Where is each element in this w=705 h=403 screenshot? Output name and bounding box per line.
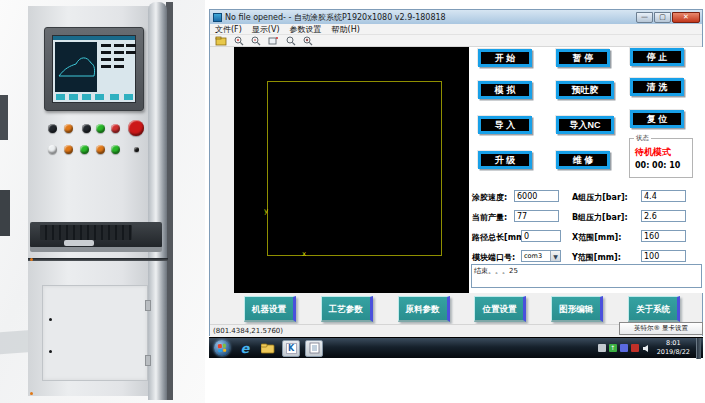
minimize-button[interactable]: —: [636, 12, 653, 23]
menu-file[interactable]: 文件(F): [215, 24, 242, 35]
status-groupbox: 状态 待机模式 00: 00: 10: [629, 138, 693, 178]
machine-screen-button: [101, 58, 111, 61]
menu-view[interactable]: 显示(V): [252, 24, 280, 35]
machine-screen-button: [126, 44, 136, 47]
taskbar: e K ↑ 8:01 2019/8/22: [209, 337, 703, 358]
red-pushbutton: [111, 124, 120, 133]
internet-explorer-icon[interactable]: e: [236, 340, 254, 357]
app-window: No file opened- - 自动涂胶系统P1920x1080 v2.9-…: [209, 9, 703, 336]
cabinet-divider: [28, 258, 168, 261]
close-button[interactable]: ✕: [672, 12, 700, 23]
import-nc-button[interactable]: 导入NC: [556, 116, 614, 134]
com-port-value: com3: [524, 252, 542, 260]
cursor-coordinates: (801.4384,21.5760): [213, 327, 283, 335]
pre-dispense-button[interactable]: 预吐胶: [556, 81, 614, 99]
zoom-window-icon[interactable]: [303, 36, 313, 46]
machine-screen-canvas: [55, 42, 97, 92]
x-range-label: X范围[mm]:: [572, 232, 621, 243]
pressure-a-input[interactable]: [641, 190, 686, 202]
glue-app-taskbar-icon[interactable]: K: [282, 340, 300, 357]
zoom-out-icon[interactable]: [251, 36, 261, 46]
x-axis-label: x: [302, 250, 306, 258]
machine-screen-nav-button: [56, 94, 65, 100]
open-file-icon[interactable]: [215, 36, 227, 46]
touchpad: [64, 240, 94, 246]
maintenance-button[interactable]: 维 修: [556, 151, 610, 169]
machine-screen-button: [114, 65, 124, 68]
dropdown-arrow-icon[interactable]: ▼: [550, 251, 560, 261]
machine-screen-titlebar: [53, 36, 135, 40]
green-pushbutton: [111, 145, 120, 154]
start-button[interactable]: 开 始: [478, 49, 532, 67]
upgrade-button[interactable]: 升 级: [478, 151, 532, 169]
document-app-taskbar-icon[interactable]: [305, 340, 323, 357]
machine-screen-button: [114, 51, 124, 54]
machine-screen-nav-button: [69, 94, 78, 100]
message-log[interactable]: 结束。。。25: [471, 264, 702, 288]
zoom-in-icon[interactable]: [234, 36, 244, 46]
about-system-button[interactable]: 关于系统: [628, 296, 680, 322]
glue-speed-input[interactable]: [514, 190, 559, 202]
system-tray: ↑ 8:01 2019/8/22: [598, 338, 703, 359]
material-params-button[interactable]: 原料参数: [398, 296, 450, 322]
tray-security-icon[interactable]: [631, 344, 639, 352]
machine-screen: [52, 35, 136, 103]
background-object: [0, 190, 10, 236]
machine-screen-button: [101, 65, 111, 68]
green-pushbutton: [96, 124, 105, 133]
import-button[interactable]: 导 入: [478, 116, 532, 134]
titlebar[interactable]: No file opened- - 自动涂胶系统P1920x1080 v2.9-…: [210, 10, 702, 24]
clean-button[interactable]: 清 洗: [630, 78, 684, 96]
y-range-input[interactable]: [641, 250, 686, 262]
window-title: No file opened- - 自动涂胶系统P1920x1080 v2.9-…: [225, 12, 636, 23]
process-params-button[interactable]: 工艺参数: [321, 296, 373, 322]
machine-settings-button[interactable]: 机器设置: [244, 296, 296, 322]
orange-pushbutton: [96, 145, 105, 154]
simulate-button[interactable]: 模 拟: [478, 81, 532, 99]
volume-icon[interactable]: [642, 344, 651, 353]
com-port-select[interactable]: com3 ▼: [521, 250, 561, 262]
stop-button[interactable]: 停 止: [630, 48, 684, 66]
control-panel: 开 始 暂 停 停 止 模 拟 预吐胶 清 洗 导 入 导入NC 复 位 升 级…: [469, 47, 703, 293]
graphic-edit-button[interactable]: 图形编辑: [551, 296, 603, 322]
black-pushbutton: [48, 124, 57, 133]
y-axis-label: y: [264, 207, 268, 215]
glue-speed-label: 涂胶速度:: [472, 192, 507, 203]
door-lock: [49, 318, 52, 321]
reset-button[interactable]: 复 位: [630, 110, 684, 128]
tray-hidden-icons[interactable]: [598, 344, 606, 352]
zoom-reset-icon[interactable]: [268, 36, 279, 46]
client-area: y x 开 始 暂 停 停 止 模 拟 预吐胶 清 洗 导 入 导入NC 复 位…: [210, 47, 702, 337]
machine-screen-button: [101, 51, 111, 54]
menu-help[interactable]: 帮助(H): [332, 24, 360, 35]
toolbar: [210, 35, 702, 47]
nav-button-bar: 机器设置 工艺参数 原料参数 位置设置 图形编辑 关于系统: [210, 293, 702, 324]
maximize-button[interactable]: ▢: [654, 12, 671, 23]
path-canvas[interactable]: y x: [234, 47, 469, 293]
machine-screen-button: [114, 58, 124, 61]
pressure-b-input[interactable]: [641, 210, 686, 222]
taskbar-clock[interactable]: 8:01 2019/8/22: [654, 339, 693, 357]
tray-app-icon[interactable]: [620, 344, 628, 352]
status-title: 状态: [634, 134, 651, 143]
show-desktop-button[interactable]: [696, 338, 701, 359]
white-pushbutton: [48, 145, 57, 154]
menu-parameter-settings[interactable]: 参数设置: [290, 24, 322, 35]
production-input[interactable]: [514, 210, 559, 222]
orange-accent: [30, 392, 33, 395]
x-range-input[interactable]: [641, 230, 686, 242]
door-lock: [49, 350, 52, 353]
cabinet-pillar: [148, 2, 167, 400]
tray-front-lip: [30, 247, 162, 252]
background-object: [0, 95, 8, 140]
door-hinge: [145, 355, 151, 366]
pause-button[interactable]: 暂 停: [556, 49, 610, 67]
tray-usb-icon[interactable]: ↑: [609, 344, 617, 352]
start-button[interactable]: [214, 340, 230, 356]
glue-path-rectangle: [267, 81, 442, 256]
zoom-icon[interactable]: [286, 36, 296, 46]
path-length-input[interactable]: [521, 230, 561, 242]
door-hinge: [145, 300, 151, 311]
position-settings-button[interactable]: 位置设置: [474, 296, 526, 322]
file-explorer-icon[interactable]: [259, 340, 277, 357]
